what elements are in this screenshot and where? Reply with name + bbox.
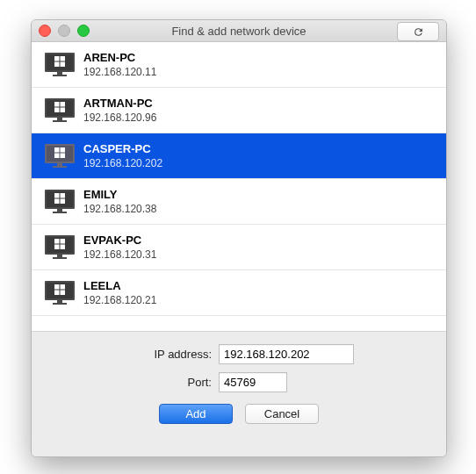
computer-icon	[42, 279, 76, 307]
svg-rect-38	[57, 255, 62, 257]
titlebar: Find & add network device	[32, 20, 446, 42]
svg-rect-7	[53, 75, 67, 76]
dialog-window: Find & add network device AREN-PC192.168…	[31, 19, 447, 457]
device-text: LEELA192.168.120.21	[83, 279, 156, 306]
form-area: IP address: Port: Add Cancel	[32, 331, 446, 456]
computer-icon	[42, 51, 76, 79]
svg-rect-31	[53, 212, 67, 213]
device-row[interactable]: LEELA192.168.120.21	[32, 270, 446, 316]
device-text: EMILY192.168.120.38	[83, 188, 156, 215]
svg-rect-35	[60, 239, 65, 244]
svg-rect-17	[47, 146, 73, 162]
device-name: CASPER-PC	[83, 142, 162, 156]
svg-rect-5	[60, 61, 65, 67]
device-name: ARTMAN-PC	[83, 97, 156, 111]
svg-rect-25	[47, 191, 73, 207]
minimize-window-button[interactable]	[58, 25, 70, 37]
device-list[interactable]: AREN-PC192.168.120.11 ARTMAN-PC192.168.1…	[32, 42, 446, 344]
svg-rect-2	[54, 56, 60, 61]
add-button[interactable]: Add	[159, 404, 233, 424]
device-row[interactable]: EVPAK-PC192.168.120.31	[32, 225, 446, 270]
svg-rect-27	[60, 193, 65, 198]
svg-rect-11	[60, 102, 65, 107]
device-ip: 192.168.120.202	[83, 157, 162, 169]
device-row[interactable]: CASPER-PC192.168.120.202	[32, 133, 446, 179]
fullscreen-window-button[interactable]	[77, 25, 90, 37]
svg-rect-10	[54, 102, 60, 107]
device-ip: 192.168.120.11	[83, 66, 156, 78]
device-row[interactable]: ARTMAN-PC192.168.120.96	[32, 88, 446, 133]
svg-rect-9	[47, 100, 73, 116]
svg-rect-29	[60, 198, 65, 204]
refresh-icon	[413, 26, 424, 38]
svg-rect-33	[47, 237, 73, 253]
svg-rect-39	[53, 257, 67, 259]
svg-rect-37	[60, 244, 65, 249]
svg-rect-12	[54, 107, 60, 112]
svg-rect-4	[54, 61, 60, 67]
svg-rect-41	[47, 283, 73, 298]
cancel-button[interactable]: Cancel	[245, 404, 319, 424]
svg-rect-22	[57, 163, 62, 166]
svg-rect-28	[54, 198, 60, 204]
svg-rect-44	[54, 290, 60, 295]
svg-rect-43	[60, 284, 65, 290]
computer-icon	[42, 233, 76, 262]
port-label: Port:	[32, 376, 219, 389]
device-text: CASPER-PC192.168.120.202	[83, 142, 162, 169]
svg-rect-46	[57, 300, 62, 303]
computer-icon	[42, 188, 76, 216]
svg-rect-18	[54, 147, 60, 153]
device-ip: 192.168.120.31	[83, 248, 156, 261]
button-row: Add Cancel	[32, 404, 446, 424]
device-ip: 192.168.120.96	[83, 111, 156, 124]
svg-rect-19	[60, 147, 65, 153]
device-ip: 192.168.120.38	[83, 203, 156, 215]
refresh-button[interactable]	[397, 22, 439, 41]
close-window-button[interactable]	[39, 25, 51, 37]
svg-rect-30	[57, 209, 62, 212]
window-title: Find & add network device	[32, 25, 446, 38]
device-text: AREN-PC192.168.120.11	[83, 51, 156, 78]
device-name: EMILY	[83, 188, 156, 202]
ip-address-label: IP address:	[32, 348, 219, 361]
svg-rect-14	[57, 118, 62, 120]
device-ip: 192.168.120.21	[83, 294, 156, 306]
device-name: LEELA	[83, 279, 156, 293]
svg-rect-36	[54, 244, 60, 249]
svg-rect-13	[60, 107, 65, 112]
device-text: EVPAK-PC192.168.120.31	[83, 233, 156, 261]
svg-rect-47	[53, 303, 67, 305]
traffic-lights	[39, 25, 90, 37]
device-row[interactable]: EMILY192.168.120.38	[32, 179, 446, 225]
computer-icon	[42, 97, 76, 125]
svg-rect-20	[54, 153, 60, 158]
svg-rect-42	[54, 284, 60, 290]
computer-icon	[42, 142, 76, 170]
svg-rect-6	[57, 72, 62, 75]
port-row: Port:	[32, 372, 446, 392]
svg-rect-1	[47, 54, 73, 70]
port-input[interactable]	[219, 372, 287, 392]
device-row[interactable]: AREN-PC192.168.120.11	[32, 42, 446, 88]
device-name: AREN-PC	[83, 51, 156, 65]
ip-address-input[interactable]	[219, 344, 354, 364]
svg-rect-15	[53, 120, 67, 122]
device-name: EVPAK-PC	[83, 233, 156, 248]
svg-rect-26	[54, 193, 60, 198]
ip-address-row: IP address:	[32, 344, 446, 364]
svg-rect-21	[60, 153, 65, 158]
svg-rect-23	[53, 166, 67, 168]
svg-rect-34	[54, 239, 60, 244]
svg-rect-3	[60, 56, 65, 61]
device-text: ARTMAN-PC192.168.120.96	[83, 97, 156, 124]
svg-rect-45	[60, 290, 65, 295]
